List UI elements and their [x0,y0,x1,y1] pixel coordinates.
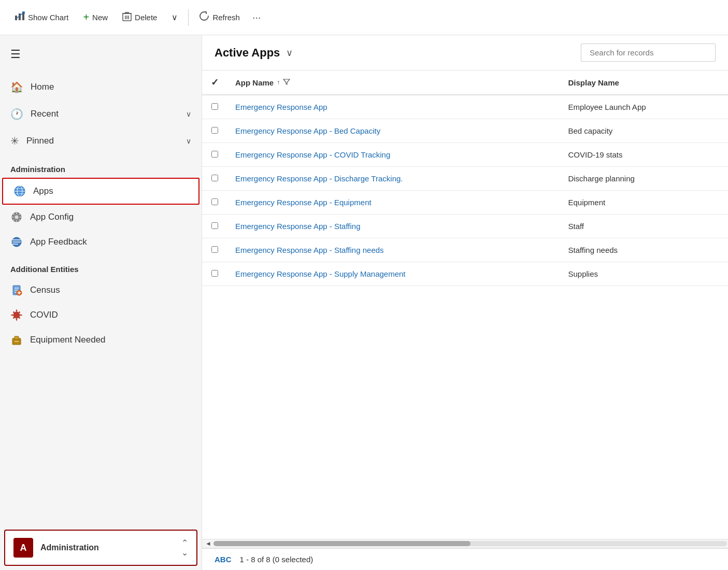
row-display-name: Staffing needs [560,238,728,262]
checkbox-input[interactable] [211,151,218,158]
row-display-name: Staff [560,215,728,238]
row-app-name: Emergency Response App - Discharge Track… [227,167,560,191]
table-container: ✓ App Name ↑ [202,70,728,539]
table-row: Emergency Response App - Staffing Staff [202,215,728,238]
app-name-link[interactable]: Emergency Response App - Staffing [235,222,361,231]
app-name-link[interactable]: Emergency Response App - Supply Manageme… [235,269,406,278]
census-icon [10,284,23,296]
content-title: Active Apps [215,46,280,60]
main-layout: ☰ 🏠 Home 🕐 Recent ∨ ✳ Pinned ∨ Administr… [0,35,728,570]
sidebar-item-app-feedback[interactable]: App Feedback [0,230,202,254]
new-button[interactable]: + New [77,7,114,27]
content-area: Active Apps ∨ ✓ App Name ↑ [202,35,728,570]
sidebar-item-apps[interactable]: Apps [2,178,199,205]
checkbox-input[interactable] [211,103,218,110]
additional-entities-section-label: Additional Entities [0,254,202,278]
checkbox-input[interactable] [211,246,218,253]
covid-label: COVID [30,310,58,320]
app-name-link[interactable]: Emergency Response App [235,103,327,111]
row-app-name: Emergency Response App - Supply Manageme… [227,262,560,286]
refresh-button[interactable]: Refresh [193,7,246,28]
search-input[interactable] [581,44,716,62]
app-name-link[interactable]: Emergency Response App - Discharge Track… [235,174,403,183]
row-display-name: Discharge planning [560,167,728,191]
row-app-name: Emergency Response App [227,95,560,119]
app-name-link[interactable]: Emergency Response App - COVID Tracking [235,150,390,159]
svg-point-32 [12,315,13,316]
sidebar-item-census[interactable]: Census [0,278,202,303]
display-name-header: Display Name [560,70,728,95]
row-checkbox[interactable] [202,215,227,238]
sidebar-item-covid[interactable]: COVID [0,303,202,327]
table-row: Emergency Response App - Bed Capacity Be… [202,119,728,143]
row-display-name: COVID-19 stats [560,143,728,167]
svg-point-33 [20,315,22,316]
checkbox-input[interactable] [211,175,218,181]
sidebar-item-equipment-needed[interactable]: Equipment Needed [0,327,202,352]
row-checkbox[interactable] [202,119,227,143]
table-body: Emergency Response App Employee Launch A… [202,95,728,286]
census-label: Census [30,285,60,295]
trash-icon [122,11,132,24]
recent-chevron-icon: ∨ [186,110,191,118]
hamburger-menu-button[interactable]: ☰ [10,44,191,65]
sidebar-bottom-bar[interactable]: A Administration ⌃⌄ [4,530,197,566]
toolbar: Show Chart + New Delete ∨ Refresh [0,0,728,35]
more-options-button[interactable]: ··· [248,7,265,27]
horizontal-scrollbar[interactable]: ◄ [202,539,728,548]
row-checkbox[interactable] [202,143,227,167]
row-checkbox[interactable] [202,191,227,215]
checkbox-input[interactable] [211,198,218,205]
row-display-name: Equipment [560,191,728,215]
row-checkbox[interactable] [202,238,227,262]
table-row: Emergency Response App - COVID Tracking … [202,143,728,167]
table-row: Emergency Response App Employee Launch A… [202,95,728,119]
svg-rect-43 [15,336,19,339]
row-checkbox[interactable] [202,262,227,286]
app-name-link[interactable]: Emergency Response App - Equipment [235,198,372,207]
app-config-icon [10,211,23,223]
covid-icon [10,309,23,321]
scroll-left-button[interactable]: ◄ [203,539,213,548]
home-icon: 🏠 [10,81,23,93]
row-checkbox[interactable] [202,95,227,119]
refresh-icon [199,11,209,24]
sidebar-item-pinned[interactable]: ✳ Pinned ∨ [0,127,202,154]
app-name-link[interactable]: Emergency Response App - Bed Capacity [235,126,380,135]
app-name-header[interactable]: App Name ↑ [227,70,560,95]
sidebar-item-home[interactable]: 🏠 Home [0,74,202,101]
scroll-track[interactable] [213,541,727,546]
sidebar-item-app-config[interactable]: App Config [0,205,202,230]
delete-button[interactable]: Delete [116,7,163,28]
content-header: Active Apps ∨ [202,35,728,70]
sidebar-top: ☰ [0,35,202,74]
checkbox-input[interactable] [211,270,218,277]
show-chart-label: Show Chart [28,13,68,22]
apps-table: ✓ App Name ↑ [202,70,728,286]
app-name-link[interactable]: Emergency Response App - Staffing needs [235,246,384,254]
sidebar-item-recent[interactable]: 🕐 Recent ∨ [0,101,202,127]
svg-point-31 [16,319,18,320]
content-title-chevron-icon[interactable]: ∨ [286,47,293,59]
scroll-thumb[interactable] [213,541,470,546]
sidebar-recent-label: Recent [31,109,59,119]
checkbox-header[interactable]: ✓ [202,70,227,95]
admin-bottom-label: Administration [40,543,174,552]
checkbox-input[interactable] [211,222,218,229]
chevron-down-icon: ∨ [172,12,178,22]
toolbar-divider [188,9,189,26]
dropdown-button[interactable]: ∨ [165,8,184,26]
checkbox-input[interactable] [211,127,218,134]
record-count: 1 - 8 of 8 (0 selected) [240,555,313,564]
show-chart-button[interactable]: Show Chart [8,7,75,27]
svg-point-13 [15,216,19,219]
row-display-name: Employee Launch App [560,95,728,119]
refresh-label: Refresh [212,13,240,22]
admin-chevron-icon: ⌃⌄ [181,538,188,558]
sidebar-home-label: Home [31,82,54,92]
app-feedback-icon [10,236,23,248]
abc-link[interactable]: ABC [215,555,232,564]
row-checkbox[interactable] [202,167,227,191]
filter-icon [283,78,290,87]
chart-icon [15,11,25,23]
